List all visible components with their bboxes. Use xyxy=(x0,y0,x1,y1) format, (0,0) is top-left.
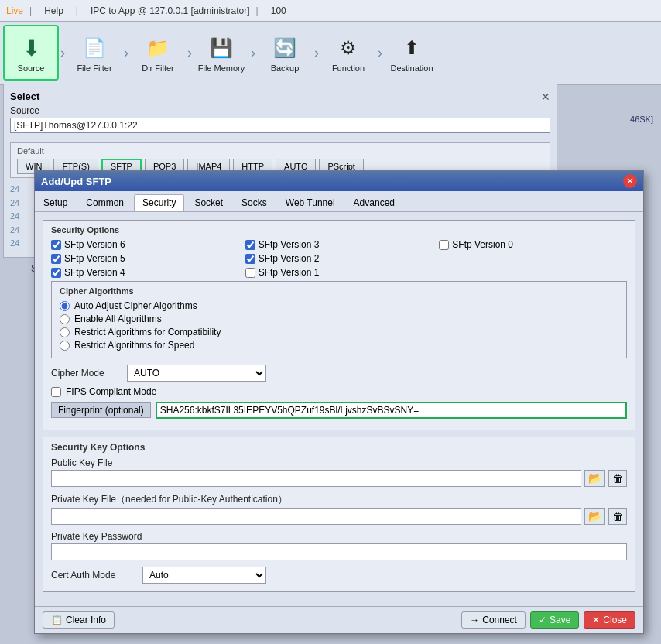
sftp-versions-grid: SFtp Version 6 SFtp Version 3 SFtp Versi… xyxy=(51,239,627,278)
cipher-algorithms-title: Cipher Algorithms xyxy=(60,286,618,296)
clear-info-label: Clear Info xyxy=(66,615,106,625)
file-memory-icon: 💾 xyxy=(206,33,237,63)
public-key-row: 📂 🗑 xyxy=(51,470,627,487)
modal-title: Add/Upd SFTP xyxy=(41,176,111,187)
modal-header: Add/Upd SFTP ✕ xyxy=(35,171,643,191)
connect-icon: → xyxy=(470,615,479,625)
nav-file-memory[interactable]: 💾 File Memory xyxy=(194,25,249,80)
cipher-compat-radio[interactable] xyxy=(60,327,70,337)
private-key-input[interactable] xyxy=(51,508,581,525)
sftp5-row: SFtp Version 5 xyxy=(51,253,239,264)
password-input[interactable] xyxy=(51,543,627,560)
fips-checkbox[interactable] xyxy=(51,387,61,397)
sftp0-label: SFtp Version 0 xyxy=(452,239,513,250)
nav-function[interactable]: ⚙ Function xyxy=(320,25,376,80)
footer-left: 📋 Clear Info xyxy=(43,611,115,629)
close-button[interactable]: ✕ Close xyxy=(584,611,635,629)
sftp5-label: SFtp Version 5 xyxy=(64,253,125,264)
private-key-delete-button[interactable]: 🗑 xyxy=(608,508,627,525)
sftp3-label: SFtp Version 3 xyxy=(259,239,320,250)
sftp6-checkbox[interactable] xyxy=(51,240,61,250)
sftp6-label: SFtp Version 6 xyxy=(64,239,125,250)
sftp2-label: SFtp Version 2 xyxy=(259,253,320,264)
public-key-input[interactable] xyxy=(51,470,581,487)
cipher-enable-row: Enable All Algorithms xyxy=(60,313,618,324)
nav-backup[interactable]: 🔄 Backup xyxy=(257,25,313,80)
fips-label: FIPS Compliant Mode xyxy=(66,386,156,397)
file-filter-icon: 📄 xyxy=(79,33,110,63)
sftp4-row: SFtp Version 4 xyxy=(51,267,239,278)
sftp3-checkbox[interactable] xyxy=(245,240,255,250)
nav-dir-filter[interactable]: 📁 Dir Filter xyxy=(130,25,186,80)
sftp0-row: SFtp Version 0 xyxy=(439,239,627,250)
sftp1-checkbox[interactable] xyxy=(245,268,255,278)
cipher-auto-radio[interactable] xyxy=(60,301,70,311)
fingerprint-label: Fingerprint (optional) xyxy=(51,402,151,418)
cert-auth-label: Cert Auth Mode xyxy=(51,570,136,581)
modal-close-button[interactable]: ✕ xyxy=(623,174,637,188)
sftp3-row: SFtp Version 3 xyxy=(245,239,433,250)
save-icon: ✓ xyxy=(539,615,546,625)
cipher-enable-radio[interactable] xyxy=(60,314,70,324)
nav-destination[interactable]: ⬆ Destination xyxy=(384,25,440,80)
tab-setup[interactable]: Setup xyxy=(35,194,76,211)
sftp1-label: SFtp Version 1 xyxy=(259,267,320,278)
public-key-browse-button[interactable]: 📂 xyxy=(584,470,605,487)
tab-security[interactable]: Security xyxy=(134,194,184,211)
arrow-1: › xyxy=(60,45,65,61)
destination-icon: ⬆ xyxy=(396,33,427,63)
cipher-compat-row: Restrict Algorithms for Compatibility xyxy=(60,327,618,337)
right-bg-text: 46SK] xyxy=(630,115,653,124)
source-icon: ⬇ xyxy=(15,33,46,63)
tab-socks[interactable]: Socks xyxy=(233,194,276,211)
sftp2-row: SFtp Version 2 xyxy=(245,253,433,264)
toolbar-connection: IPC to App @ 127.0.0.1 [administrator] xyxy=(91,5,250,16)
nav-file-filter[interactable]: 📄 File Filter xyxy=(67,25,122,80)
cipher-speed-label: Restrict Algorithms for Speed xyxy=(74,340,194,351)
arrow-3: › xyxy=(187,45,192,61)
select-close-icon[interactable]: ✕ xyxy=(541,91,550,103)
sftp5-checkbox[interactable] xyxy=(51,254,61,264)
public-key-delete-button[interactable]: 🗑 xyxy=(608,470,627,487)
tab-common[interactable]: Common xyxy=(77,194,132,211)
nav-destination-label: Destination xyxy=(390,63,433,73)
tab-web-tunnel[interactable]: Web Tunnel xyxy=(277,194,344,211)
tab-socket[interactable]: Socket xyxy=(186,194,231,211)
nav-function-label: Function xyxy=(332,63,365,73)
arrow-6: › xyxy=(378,45,382,61)
close-label: Close xyxy=(603,615,627,625)
sftp0-checkbox[interactable] xyxy=(439,240,449,250)
cert-auth-select[interactable]: Auto Certificate Key xyxy=(142,567,266,584)
fingerprint-input[interactable] xyxy=(156,402,627,419)
cipher-speed-radio[interactable] xyxy=(60,341,70,351)
clear-info-button[interactable]: 📋 Clear Info xyxy=(43,611,115,629)
password-row xyxy=(51,543,627,560)
fingerprint-row: Fingerprint (optional) xyxy=(51,402,627,419)
arrow-4: › xyxy=(251,45,255,61)
source-input[interactable] xyxy=(10,118,550,133)
save-label: Save xyxy=(550,615,570,625)
connect-button[interactable]: → Connect xyxy=(461,611,526,629)
cipher-algorithms-box: Cipher Algorithms Auto Adjust Cipher Alg… xyxy=(51,281,627,358)
sftp2-checkbox[interactable] xyxy=(245,254,255,264)
clear-icon: 📋 xyxy=(51,615,63,625)
toolbar-live[interactable]: Live xyxy=(6,5,23,16)
function-icon: ⚙ xyxy=(333,33,364,63)
modal-body: Security Options SFtp Version 6 SFtp Ver… xyxy=(35,212,643,606)
private-key-row: 📂 🗑 xyxy=(51,508,627,525)
sftp4-checkbox[interactable] xyxy=(51,268,61,278)
cipher-compat-label: Restrict Algorithms for Compatibility xyxy=(74,327,221,337)
cipher-speed-row: Restrict Algorithms for Speed xyxy=(60,340,618,351)
cipher-auto-row: Auto Adjust Cipher Algorithms xyxy=(60,300,618,311)
security-key-section: Security Key Options Public Key File 📂 🗑… xyxy=(43,437,635,592)
private-key-label: Private Key File（needed for Public-Key A… xyxy=(51,493,627,506)
tab-advanced[interactable]: Advanced xyxy=(345,194,403,211)
nav-source[interactable]: ⬇ Source xyxy=(3,25,59,80)
cipher-auto-label: Auto Adjust Cipher Algorithms xyxy=(74,300,197,311)
private-key-browse-button[interactable]: 📂 xyxy=(584,508,605,525)
password-label: Private Key Password xyxy=(51,531,627,542)
save-button[interactable]: ✓ Save xyxy=(530,611,579,629)
tab-bar: Setup Common Security Socket Socks Web T… xyxy=(35,191,643,212)
toolbar-help[interactable]: Help xyxy=(44,5,63,16)
cipher-mode-select[interactable]: AUTO CBC CTR xyxy=(127,365,266,382)
